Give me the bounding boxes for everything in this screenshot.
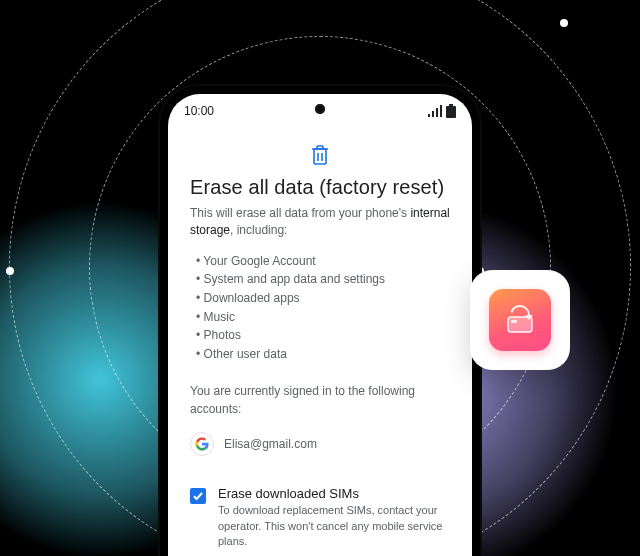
floating-app-badge	[470, 270, 570, 370]
erase-sims-title: Erase downloaded SIMs	[218, 486, 450, 501]
header-icon-wrap	[190, 144, 450, 166]
google-logo-icon	[190, 432, 214, 456]
signal-icon	[428, 105, 442, 117]
lead-pre: This will erase all data from your phone…	[190, 206, 410, 220]
erase-sims-text: Erase downloaded SIMs To download replac…	[218, 486, 450, 549]
lead-text: This will erase all data from your phone…	[190, 205, 450, 240]
erase-items-list: Your Google Account System and app data …	[190, 252, 450, 364]
erase-sims-checkbox[interactable]	[190, 488, 206, 504]
page-content: Erase all data (factory reset) This will…	[168, 122, 472, 549]
status-time: 10:00	[184, 104, 214, 118]
battery-icon	[446, 104, 456, 118]
erase-sims-desc: To download replacement SIMs, contact yo…	[218, 503, 450, 549]
svg-rect-0	[314, 149, 326, 164]
lead-post: , including:	[230, 223, 287, 237]
account-email: Elisa@gmail.com	[224, 437, 317, 451]
phone-screen: 10:00 Erase all data (factory reset)	[168, 94, 472, 556]
svg-rect-3	[511, 320, 517, 323]
stage: 10:00 Erase all data (factory reset)	[0, 0, 640, 556]
list-item: Photos	[196, 326, 450, 345]
list-item: Other user data	[196, 345, 450, 364]
trash-icon	[310, 144, 330, 166]
recovery-app-icon	[489, 289, 551, 351]
erase-sims-row[interactable]: Erase downloaded SIMs To download replac…	[190, 486, 450, 549]
check-icon	[192, 490, 204, 502]
page-title: Erase all data (factory reset)	[190, 176, 450, 199]
front-camera	[315, 104, 325, 114]
list-item: System and app data and settings	[196, 270, 450, 289]
list-item: Your Google Account	[196, 252, 450, 271]
list-item: Downloaded apps	[196, 289, 450, 308]
phone-frame: 10:00 Erase all data (factory reset)	[160, 86, 480, 556]
status-indicators	[428, 104, 456, 118]
account-row[interactable]: Elisa@gmail.com	[190, 432, 450, 456]
signed-in-text: You are currently signed in to the follo…	[190, 383, 450, 418]
list-item: Music	[196, 308, 450, 327]
